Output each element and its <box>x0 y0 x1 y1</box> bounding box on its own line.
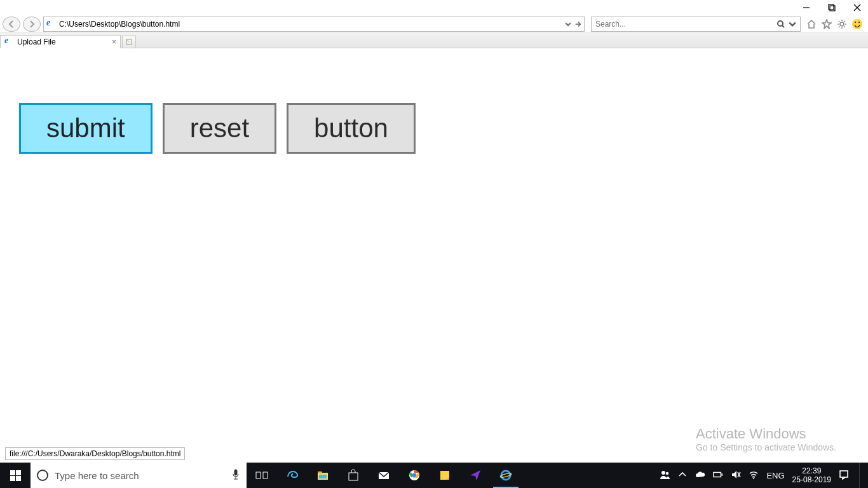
svg-rect-1 <box>829 4 834 10</box>
taskbar-app-send[interactable] <box>460 463 491 488</box>
svg-rect-19 <box>349 473 358 480</box>
svg-point-6 <box>778 21 783 26</box>
browser-tab[interactable]: Upload File × <box>0 35 121 49</box>
svg-marker-8 <box>822 20 831 29</box>
submit-button[interactable]: submit <box>19 103 153 154</box>
generic-button[interactable]: button <box>287 103 416 154</box>
page-favicon-icon <box>46 20 55 29</box>
taskbar-app-chrome[interactable] <box>399 463 430 488</box>
browser-search-box[interactable]: Search... <box>591 17 801 32</box>
tray-date: 25-08-2019 <box>792 475 831 484</box>
svg-rect-14 <box>256 472 261 478</box>
taskbar-app-edge[interactable] <box>277 463 308 488</box>
go-icon[interactable] <box>575 21 581 27</box>
tray-onedrive-icon[interactable] <box>695 470 705 482</box>
window-minimize-button[interactable] <box>799 1 813 15</box>
taskbar-app-mail[interactable] <box>369 463 399 488</box>
new-tab-button[interactable] <box>122 36 136 48</box>
browser-toolbar: C:\Users\Desktop\Blogs\button.html Searc… <box>0 15 868 33</box>
search-placeholder: Search... <box>595 20 773 29</box>
tray-battery-icon[interactable] <box>713 470 723 482</box>
svg-line-7 <box>782 25 784 27</box>
svg-rect-2 <box>830 6 835 11</box>
tray-clock[interactable]: 22:39 25-08-2019 <box>792 466 831 485</box>
reset-button[interactable]: reset <box>163 103 276 154</box>
browser-right-icons <box>803 18 865 30</box>
browser-tab-strip: Upload File × <box>0 33 868 48</box>
window-maximize-button[interactable] <box>825 1 839 15</box>
taskbar-app-internet-explorer[interactable] <box>491 463 521 488</box>
dropdown-icon[interactable] <box>565 21 571 27</box>
status-bar-url: file:///C:/Users/Dwaraka/Desktop/Blogs/b… <box>5 447 185 460</box>
svg-rect-11 <box>234 470 237 475</box>
svg-rect-15 <box>263 472 268 478</box>
search-dropdown-icon[interactable] <box>789 20 796 28</box>
taskbar-pinned-apps <box>247 463 521 488</box>
taskbar-search-box[interactable]: Type here to search <box>31 463 247 488</box>
tools-gear-icon[interactable] <box>836 18 848 30</box>
tray-people-icon[interactable] <box>660 470 670 482</box>
tray-notifications-icon[interactable] <box>839 470 849 482</box>
address-bar-url: C:\Users\Desktop\Blogs\button.html <box>59 20 561 29</box>
taskbar-app-stickynotes[interactable] <box>430 463 460 488</box>
windows-logo-icon <box>10 470 21 481</box>
search-icon[interactable] <box>777 20 785 28</box>
svg-rect-18 <box>319 475 327 478</box>
svg-rect-17 <box>318 471 322 473</box>
tab-title: Upload File <box>17 37 56 46</box>
favorites-icon[interactable] <box>821 18 832 30</box>
taskbar-search-placeholder: Type here to search <box>55 470 139 481</box>
svg-point-28 <box>666 471 668 474</box>
svg-rect-23 <box>440 471 449 480</box>
task-view-icon[interactable] <box>247 463 277 488</box>
windows-taskbar: Type here to search <box>0 463 868 488</box>
svg-point-27 <box>661 471 665 475</box>
window-close-button[interactable] <box>850 1 864 15</box>
svg-point-9 <box>840 22 844 26</box>
tab-close-icon[interactable]: × <box>112 38 116 46</box>
home-icon[interactable] <box>806 18 817 30</box>
svg-rect-30 <box>722 473 723 476</box>
back-button[interactable] <box>3 17 20 32</box>
feedback-smiley-icon[interactable] <box>851 18 863 30</box>
cortana-icon <box>37 470 48 481</box>
svg-rect-29 <box>714 472 721 477</box>
tray-time: 22:39 <box>792 466 831 475</box>
svg-point-34 <box>753 478 754 479</box>
system-tray: ENG 22:39 25-08-2019 <box>654 463 868 488</box>
tab-favicon-icon <box>4 37 13 46</box>
tray-language[interactable]: ENG <box>766 471 784 480</box>
address-bar[interactable]: C:\Users\Desktop\Blogs\button.html <box>43 17 585 32</box>
tray-wifi-icon[interactable] <box>749 470 759 482</box>
tray-chevron-up-icon[interactable] <box>677 470 688 482</box>
taskbar-app-store[interactable] <box>338 463 369 488</box>
show-desktop-button[interactable] <box>859 463 863 488</box>
window-titlebar <box>0 0 868 15</box>
svg-rect-35 <box>840 471 848 477</box>
address-bar-controls <box>565 21 581 27</box>
microphone-icon[interactable] <box>231 469 240 482</box>
svg-marker-31 <box>732 471 736 478</box>
start-button[interactable] <box>0 463 31 488</box>
forward-button[interactable] <box>23 17 41 32</box>
tray-volume-icon[interactable] <box>731 470 741 482</box>
taskbar-app-file-explorer[interactable] <box>308 463 338 488</box>
page-content: submit reset button <box>0 48 868 154</box>
page-viewport: submit reset button <box>0 48 868 463</box>
taskbar-spacer <box>521 463 654 488</box>
